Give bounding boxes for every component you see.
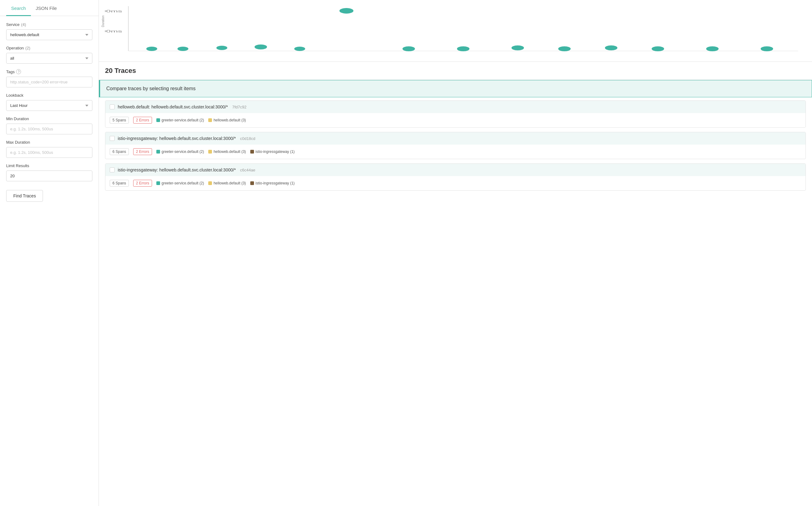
trace-title[interactable]: istio-ingressgateway: helloweb.default.s… bbox=[118, 136, 236, 141]
trace-card: istio-ingressgateway: helloweb.default.s… bbox=[105, 132, 806, 159]
trace-title[interactable]: istio-ingressgateway: helloweb.default.s… bbox=[118, 167, 236, 172]
svg-text:600ms: 600ms bbox=[105, 29, 122, 33]
lookback-select[interactable]: Last Hour Last 2 Hours Last 6 Hours Last… bbox=[6, 100, 92, 111]
service-select[interactable]: helloweb.default greeter-service.default… bbox=[6, 29, 92, 40]
svg-point-17 bbox=[761, 46, 773, 51]
service-tag: greeter-service.default (2) bbox=[156, 118, 204, 122]
service-name: greeter-service.default (2) bbox=[162, 181, 204, 185]
chart-duration-label: Duration bbox=[101, 15, 105, 27]
chart-svg: 700ms 600ms 03:53:30 pm 03:53:40 pm bbox=[105, 3, 806, 53]
svg-point-5 bbox=[177, 47, 188, 51]
min-duration-label: Min Duration bbox=[6, 116, 92, 121]
svg-point-10 bbox=[403, 46, 415, 51]
svg-point-11 bbox=[457, 46, 469, 51]
search-form: Service (4) helloweb.default greeter-ser… bbox=[0, 16, 98, 506]
trace-body: 6 Spans 2 Errors greeter-service.default… bbox=[105, 176, 806, 190]
svg-point-12 bbox=[511, 46, 524, 50]
svg-text:03:53:40 pm: 03:53:40 pm bbox=[689, 52, 736, 53]
operation-select[interactable]: all GET bbox=[6, 53, 92, 64]
service-name: greeter-service.default (2) bbox=[162, 118, 204, 122]
service-name: istio-ingressgateway (1) bbox=[255, 150, 295, 154]
lookback-label: Lookback bbox=[6, 93, 92, 98]
svg-point-16 bbox=[706, 46, 718, 51]
trace-card: istio-ingressgateway: helloweb.default.s… bbox=[105, 163, 806, 191]
right-panel: Duration 700ms 600ms 03:53:30 bbox=[99, 0, 812, 506]
service-name: helloweb.default (3) bbox=[214, 181, 246, 185]
trace-short-id: c6c44ae bbox=[240, 168, 255, 172]
tags-label: Tags ? bbox=[6, 69, 92, 74]
left-panel: Search JSON File Service (4) helloweb.de… bbox=[0, 0, 99, 506]
service-tag: helloweb.default (3) bbox=[208, 118, 246, 122]
service-label: Service (4) bbox=[6, 22, 92, 27]
service-dot bbox=[250, 150, 254, 154]
service-name: istio-ingressgateway (1) bbox=[255, 181, 295, 185]
trace-header: helloweb.default: helloweb.default.svc.c… bbox=[105, 101, 806, 113]
svg-point-13 bbox=[558, 46, 571, 51]
trace-short-id: c0d18cd bbox=[240, 136, 255, 141]
service-name: helloweb.default (3) bbox=[214, 150, 246, 154]
service-tag: helloweb.default (3) bbox=[208, 150, 246, 154]
tags-field-group: Tags ? bbox=[6, 69, 92, 87]
svg-point-7 bbox=[255, 45, 267, 50]
spans-badge: 6 Spans bbox=[110, 148, 129, 155]
spans-badge: 5 Spans bbox=[110, 117, 129, 123]
trace-title[interactable]: helloweb.default: helloweb.default.svc.c… bbox=[118, 104, 228, 109]
limit-field-group: Limit Results bbox=[6, 163, 92, 181]
svg-point-8 bbox=[294, 47, 305, 51]
tab-json-file[interactable]: JSON File bbox=[31, 0, 62, 16]
service-dot bbox=[208, 181, 212, 185]
svg-text:700ms: 700ms bbox=[105, 9, 122, 13]
service-tag: greeter-service.default (2) bbox=[156, 181, 204, 185]
service-name: helloweb.default (3) bbox=[214, 118, 246, 122]
lookback-field-group: Lookback Last Hour Last 2 Hours Last 6 H… bbox=[6, 93, 92, 111]
tab-search[interactable]: Search bbox=[6, 0, 31, 16]
trace-checkbox[interactable] bbox=[110, 104, 114, 109]
min-duration-input[interactable] bbox=[6, 123, 92, 135]
svg-point-4 bbox=[147, 47, 157, 51]
service-tag: helloweb.default (3) bbox=[208, 181, 246, 185]
results-list: helloweb.default: helloweb.default.svc.c… bbox=[99, 97, 812, 506]
find-traces-button[interactable]: Find Traces bbox=[6, 190, 43, 202]
tags-help-icon[interactable]: ? bbox=[16, 69, 21, 74]
service-dot bbox=[208, 150, 212, 154]
svg-point-9 bbox=[340, 8, 353, 14]
trace-checkbox[interactable] bbox=[110, 136, 114, 141]
tags-input[interactable] bbox=[6, 77, 92, 87]
trace-body: 6 Spans 2 Errors greeter-service.default… bbox=[105, 145, 806, 159]
operation-field-group: Operation (2) all GET bbox=[6, 46, 92, 64]
tab-bar: Search JSON File bbox=[0, 0, 98, 16]
trace-short-id: 7fd7c92 bbox=[232, 105, 246, 109]
svg-point-14 bbox=[605, 46, 617, 50]
limit-label: Limit Results bbox=[6, 163, 92, 168]
svg-point-15 bbox=[652, 46, 664, 51]
traces-count: 20 Traces bbox=[99, 62, 812, 80]
errors-badge: 2 Errors bbox=[133, 180, 152, 187]
chart-area: Duration 700ms 600ms 03:53:30 bbox=[99, 0, 812, 62]
max-duration-field-group: Max Duration bbox=[6, 140, 92, 158]
service-name: greeter-service.default (2) bbox=[162, 150, 204, 154]
trace-header: istio-ingressgateway: helloweb.default.s… bbox=[105, 164, 806, 176]
errors-badge: 2 Errors bbox=[133, 148, 152, 155]
service-tag: istio-ingressgateway (1) bbox=[250, 150, 295, 154]
trace-checkbox[interactable] bbox=[110, 167, 114, 172]
svg-point-6 bbox=[216, 46, 227, 50]
trace-body: 5 Spans 2 Errors greeter-service.default… bbox=[105, 113, 806, 127]
spans-badge: 6 Spans bbox=[110, 180, 129, 187]
compare-banner: Compare traces by selecting result items bbox=[99, 80, 812, 97]
service-dot bbox=[156, 150, 160, 154]
errors-badge: 2 Errors bbox=[133, 117, 152, 123]
service-tag: istio-ingressgateway (1) bbox=[250, 181, 295, 185]
trace-header: istio-ingressgateway: helloweb.default.s… bbox=[105, 132, 806, 145]
service-dot bbox=[156, 181, 160, 185]
min-duration-field-group: Min Duration bbox=[6, 116, 92, 135]
operation-label: Operation (2) bbox=[6, 46, 92, 50]
limit-input[interactable] bbox=[6, 171, 92, 181]
max-duration-input[interactable] bbox=[6, 147, 92, 158]
trace-card: helloweb.default: helloweb.default.svc.c… bbox=[105, 100, 806, 128]
service-field-group: Service (4) helloweb.default greeter-ser… bbox=[6, 22, 92, 40]
svg-text:03:53:30 pm: 03:53:30 pm bbox=[385, 52, 432, 53]
service-tag: greeter-service.default (2) bbox=[156, 150, 204, 154]
service-dot bbox=[250, 181, 254, 185]
service-dot bbox=[208, 118, 212, 122]
max-duration-label: Max Duration bbox=[6, 140, 92, 145]
